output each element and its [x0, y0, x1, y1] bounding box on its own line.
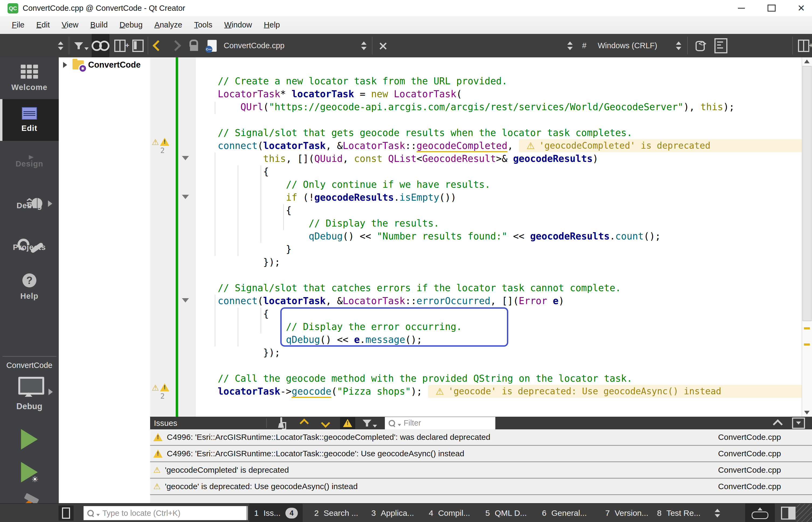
code-area[interactable]: // Create a new locator task from the UR…	[196, 57, 802, 417]
code-fold-arrow-icon[interactable]	[182, 298, 189, 302]
mode-projects[interactable]: Projects	[0, 224, 59, 266]
scroll-up-arrow-icon[interactable]	[804, 60, 810, 63]
file-lock-icon[interactable]	[186, 34, 202, 57]
issue-row[interactable]: C4996: 'Esri::ArcGISRuntime::LocatorTask…	[150, 429, 812, 446]
show-warnings-toggle-icon[interactable]	[340, 417, 355, 429]
menu-item-file[interactable]: File	[12, 20, 24, 29]
maximize-button[interactable]	[766, 2, 777, 14]
code-line[interactable]	[196, 359, 802, 372]
open-document-selector[interactable]: ConvertCode.cpp	[224, 34, 284, 57]
clean-issues-icon[interactable]	[274, 417, 289, 429]
code-line[interactable]: });	[196, 346, 802, 359]
document-outline-icon[interactable]	[712, 34, 730, 57]
scrollbar-thumb[interactable]	[803, 66, 811, 321]
code-line[interactable]: LocatorTask* locatorTask = new LocatorTa…	[196, 87, 802, 100]
window-resize-grip[interactable]	[796, 504, 812, 522]
filter-issues-icon[interactable]	[362, 417, 377, 429]
output-pane-tab-6[interactable]: 6General...	[537, 504, 592, 522]
toggle-right-sidebar-icon[interactable]	[780, 504, 796, 522]
issues-filter-input[interactable]: Filter	[385, 417, 495, 429]
code-fold-arrow-icon[interactable]	[182, 156, 189, 160]
code-line[interactable]: {	[196, 204, 802, 217]
code-line[interactable]: // Display the results.	[196, 217, 802, 230]
menu-item-debug[interactable]: Debug	[120, 20, 142, 29]
output-pane-tab-5[interactable]: 5QML D...	[480, 504, 532, 522]
issue-text: 'geocode' is deprecated: Use geocodeAsyn…	[165, 482, 358, 491]
split-editor-icon[interactable]	[112, 34, 128, 57]
close-document-icon[interactable]	[376, 34, 390, 57]
encoding-selector[interactable]: Windows (CRLF)	[598, 34, 657, 57]
maximize-panel-icon[interactable]	[792, 418, 805, 429]
close-split-icon[interactable]	[130, 34, 146, 57]
next-issue-icon[interactable]	[318, 417, 333, 429]
pane-spinner[interactable]	[712, 504, 723, 522]
close-button[interactable]: ✕	[795, 2, 807, 14]
filter-tree-icon[interactable]	[73, 34, 90, 57]
code-line[interactable]: // Only continue if we have results.	[196, 178, 802, 191]
vertical-scrollbar[interactable]	[802, 57, 812, 417]
run-button[interactable]	[0, 429, 59, 449]
mode-debug[interactable]: Debug	[0, 183, 59, 224]
issue-row[interactable]: ⚠'geocodeCompleted' is deprecatedConvert…	[150, 462, 812, 479]
code-line[interactable]: });	[196, 256, 802, 268]
code-line[interactable]: // Signal/slot that catches errors if th…	[196, 281, 802, 295]
issue-text: 'geocodeCompleted' is deprecated	[165, 465, 289, 475]
code-line[interactable]: connect(locatorTask, &LocatorTask::error…	[196, 295, 802, 307]
code-line[interactable]: QUrl("https://geocode-api.arcgis.com/arc…	[196, 100, 802, 114]
code-line[interactable]: locatorTask->geocode("Pizza shops");⚠'ge…	[196, 385, 802, 398]
collapse-panel-icon[interactable]	[774, 420, 781, 427]
project-tree-root-item[interactable]: ✱ ConvertCode	[59, 57, 150, 73]
menu-item-view[interactable]: View	[62, 20, 78, 29]
code-line[interactable]: connect(locatorTask, &LocatorTask::geoco…	[196, 139, 802, 152]
gutter-warning-marker[interactable]: ⚠2	[152, 138, 173, 155]
go-forward-icon[interactable]	[169, 34, 182, 57]
code-line[interactable]: qDebug() << "Number results found:" << g…	[196, 230, 802, 243]
sidebar-selector-spinner[interactable]	[55, 34, 66, 57]
code-line[interactable]: }	[196, 243, 802, 256]
issue-row[interactable]: C4996: 'Esri::ArcGISRuntime::LocatorTask…	[150, 446, 812, 462]
issue-row[interactable]: ⚠'geocode' is deprecated: Use geocodeAsy…	[150, 479, 812, 495]
synchronize-with-editor-icon[interactable]	[92, 34, 110, 57]
code-line[interactable]: {	[196, 165, 802, 178]
locator-input[interactable]: Type to locate (Ctrl+K)	[83, 506, 248, 520]
build-progress-button[interactable]	[745, 504, 775, 522]
output-pane-tab-7[interactable]: 7Version...	[600, 504, 653, 522]
menu-item-analyze[interactable]: Analyze	[154, 20, 182, 29]
minimize-button[interactable]	[735, 2, 747, 14]
output-pane-tab-4[interactable]: 4Compil...	[424, 504, 475, 522]
split-new-window-icon[interactable]	[796, 34, 812, 57]
code-model-icon[interactable]: <>	[691, 34, 709, 57]
code-line[interactable]: this, [](QUuid, const QList<GeocodeResul…	[196, 152, 802, 165]
code-line[interactable]: // Signal/slot that gets geocode results…	[196, 126, 802, 139]
code-line[interactable]: if (!geocodeResults.isEmpty())	[196, 191, 802, 204]
code-line[interactable]: // Create a new locator task from the UR…	[196, 75, 802, 87]
menu-item-edit[interactable]: Edit	[36, 20, 50, 29]
go-back-icon[interactable]	[151, 34, 165, 57]
expand-arrow-icon[interactable]	[63, 62, 67, 68]
output-pane-tab-1[interactable]: 1Iss...4	[249, 504, 303, 522]
scroll-down-arrow-icon[interactable]	[804, 411, 810, 415]
code-fold-arrow-icon[interactable]	[182, 195, 189, 199]
kit-selector-button[interactable]	[0, 377, 59, 395]
mode-help[interactable]: ?Help	[0, 266, 59, 308]
output-pane-tab-2[interactable]: 2Search ...	[310, 504, 363, 522]
debug-run-button[interactable]: ☀	[19, 462, 40, 482]
menu-item-tools[interactable]: Tools	[194, 20, 212, 29]
document-selector-spinner[interactable]	[358, 34, 369, 57]
code-line[interactable]: // Call the geocode method with the prov…	[196, 372, 802, 385]
encoding-spinner[interactable]	[673, 34, 684, 57]
output-pane-tab-3[interactable]: 3Applica...	[367, 504, 419, 522]
gutter-warning-marker[interactable]: ⚠2	[152, 383, 173, 400]
menu-item-help[interactable]: Help	[264, 20, 280, 29]
code-line[interactable]	[196, 114, 802, 126]
code-line[interactable]	[196, 268, 802, 281]
menu-item-build[interactable]: Build	[90, 20, 108, 29]
line-number-spinner[interactable]	[565, 34, 575, 57]
warning-triangle-filled-icon	[160, 138, 169, 146]
mode-welcome[interactable]: Welcome	[0, 57, 59, 99]
output-pane-tab-8[interactable]: 8Test Re...	[652, 504, 705, 522]
mode-edit[interactable]: Edit	[0, 99, 59, 141]
previous-issue-icon[interactable]	[296, 417, 311, 429]
toggle-left-sidebar-icon[interactable]	[57, 504, 75, 522]
menu-item-window[interactable]: Window	[224, 20, 252, 29]
